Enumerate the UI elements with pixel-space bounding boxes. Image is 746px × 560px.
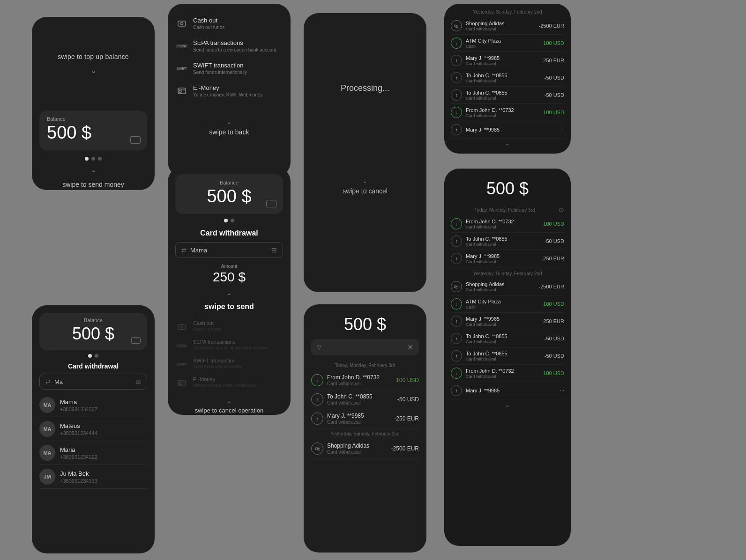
history-row[interactable]: ↑ To John C. **0855 Card withdrawal -50 …	[451, 347, 564, 365]
history-row[interactable]: ↓ From John D. **0732 Card withdrawal 10…	[451, 104, 564, 121]
menu-item-emoney[interactable]: E -Money Yandex money, KIWI, Webmoney	[175, 80, 283, 102]
dot	[91, 157, 95, 161]
history-row[interactable]: ↑ Mary J. **9985 Card withdrawal -250 EU…	[451, 52, 564, 69]
h-amount: -2500 EUR	[539, 23, 564, 29]
h-amount: -50 USD	[545, 75, 564, 81]
sepa-title: SEPA transactions	[193, 39, 276, 46]
h-amount: -50 USD	[545, 92, 564, 98]
menu-item-sepa[interactable]: SEPA SEPA transactions Send funds to a e…	[175, 35, 283, 57]
h-name: To John C. **0855	[466, 333, 541, 339]
history-row[interactable]: 🛍 Shopping Adidas Card withdrawal -2500 …	[451, 278, 564, 295]
search-bar[interactable]: ▽ ✕	[311, 339, 419, 355]
balance-amount: 500 $	[47, 324, 140, 344]
swipe-back-label: swipe to back	[209, 128, 249, 136]
history-row[interactable]: ↑ To John C. **0855 Card withdrawal -50 …	[451, 330, 564, 347]
dot	[95, 354, 98, 358]
h-icon-store: 🛍	[451, 20, 462, 31]
history-row[interactable]: 🛍 Shopping Adidas Card withdrawal -2500 …	[451, 17, 564, 35]
swift-title: SWIFT transaction	[193, 62, 247, 69]
history-row[interactable]: ↓ ATM City Plaza Cash 100 USD	[451, 295, 564, 313]
tx-row[interactable]: ↓ From John D. **0732 Card withdrawal 10…	[311, 371, 419, 390]
history-row[interactable]: ↓ From John D. **0732 Card withdrawal 10…	[451, 365, 564, 382]
swift-icon: SWIFT	[175, 358, 188, 371]
processing-section: Processing...	[304, 13, 426, 163]
menu-item-cashout[interactable]: Cash out Cash out funds	[175, 12, 283, 35]
dot-active	[88, 354, 92, 358]
h-icon-incoming: ↓	[451, 368, 462, 379]
contact-row-mateus[interactable]: MA Mateus +380931234444	[39, 417, 147, 441]
greyed-cashout: Cash out Cash out funds	[175, 317, 283, 336]
tx-row[interactable]: ↑ To John C. **0855 Card withdrawal -50 …	[311, 390, 419, 409]
swipe-cancel-label: swipe to cancel	[343, 187, 388, 195]
history-row[interactable]: ↑ Mary J. **9985 Card withdrawal -250 EU…	[451, 250, 564, 267]
close-icon[interactable]: ✕	[407, 343, 413, 352]
tx-name: Mary J. **9985	[327, 413, 390, 419]
emoney-icon	[175, 376, 188, 390]
sepa-icon: SEPA	[175, 339, 188, 352]
chevron-down-icon: ⌄	[226, 397, 232, 405]
emoney-subtitle: Yandex money, KIWI, Webmoney	[193, 92, 262, 97]
date-text-today: Today, Monday, February 3rd	[451, 207, 559, 213]
contact-row-jumbek[interactable]: JM Ju Ma Bek +380931234333	[39, 465, 147, 489]
swipe-cancel-label: swipe to cancel operation	[195, 407, 264, 414]
date-section-today: Today, Monday, February 3rd ⊙	[444, 202, 571, 215]
filter-icon: ▽	[317, 344, 321, 351]
tx-list-2: 🛍 Shopping Adidas Card withdrawal -2500 …	[304, 439, 426, 458]
h-amount: -250 EUR	[542, 256, 564, 261]
greyed-emoney: E -Money Yandex money, KIWI, Webmoney	[175, 374, 283, 392]
h-icon-outgoing: ↑	[451, 253, 462, 264]
contact-row-mama[interactable]: MA Mama +380931234567	[39, 393, 147, 417]
contact-row-maria[interactable]: MA Maria +380931234222	[39, 441, 147, 465]
clock-icon: ⊙	[559, 206, 564, 214]
tx-amount: -50 USD	[397, 396, 419, 403]
tx-row-shopping[interactable]: 🛍 Shopping Adidas Card withdrawal -2500 …	[311, 439, 419, 458]
history-date-header: Yesterday, Sunday, February 2nd	[444, 4, 571, 17]
date-header-today: Today, Monday, February 3rd	[304, 360, 426, 371]
page-dots	[32, 354, 155, 358]
h-icon-incoming: ↓	[451, 218, 462, 229]
history-row[interactable]: ↓ From John D. **0732 Card withdrawal 10…	[451, 215, 564, 233]
phone-tx-list: 500 $ ▽ ✕ Today, Monday, February 3rd ↓ …	[304, 304, 426, 553]
h-icon-outgoing: ↑	[451, 333, 462, 344]
amount-label: Amount	[168, 264, 291, 269]
search-value: Ma	[54, 378, 63, 385]
swipe-cancel-section: ⌄ swipe to cancel	[304, 163, 426, 204]
history-row[interactable]: ↑ To John C. **0855 Card withdrawal -50 …	[451, 69, 564, 87]
contact-field[interactable]: ⇄ Mama ⊞	[175, 242, 283, 258]
history-row[interactable]: ↑ To John C. **0855 Card withdrawal -50 …	[451, 87, 564, 104]
card-icon	[266, 200, 276, 207]
emoney-title: E -Money	[193, 84, 262, 91]
phone-card-withdrawal: Balance 500 $ Card withdrawal ⇄ Mama ⊞ A…	[168, 167, 291, 415]
dot-active	[85, 157, 89, 161]
swipe-send-section: ⌃ swipe to send	[168, 292, 291, 311]
swipe-cancel-section: ⌄ swipe to cancel operation	[168, 392, 291, 415]
expand-button[interactable]: ⌃	[444, 139, 571, 154]
h-icon-outgoing: ↑	[451, 316, 462, 327]
history-list: 🛍 Shopping Adidas Card withdrawal -2500 …	[444, 17, 571, 139]
avatar-mama: MA	[39, 397, 55, 413]
history-row-last[interactable]: ↑ Mary J. **9985 ···	[451, 382, 564, 399]
avatar-jumbek: JM	[39, 469, 55, 485]
h-amount: -50 USD	[545, 336, 564, 341]
menu-item-swift[interactable]: SWIFT SWIFT transaction Send funds inter…	[175, 57, 283, 80]
transfer-icon: ⇄	[45, 378, 51, 385]
history-row[interactable]: ↑ To John C. **0855 Card withdrawal -50 …	[451, 233, 564, 250]
history-row[interactable]: ↓ ATM City Plaza Cash 100 USD	[451, 35, 564, 52]
h-name: To John C. **0855	[466, 236, 541, 242]
h-icon-incoming: ↓	[451, 298, 462, 309]
section-title: Card withdrawal	[32, 362, 155, 370]
h-type: Card withdrawal	[466, 374, 539, 379]
h-type: Card withdrawal	[466, 357, 541, 361]
h-type: Cash	[466, 305, 539, 309]
tx-type: Card withdrawal	[327, 420, 390, 425]
h-name: Mary J. **9985	[466, 316, 538, 322]
contact-search-field[interactable]: ⇄ Ma ⊞	[39, 374, 147, 390]
topup-text: swipe to top up balance	[58, 53, 129, 60]
expand-button[interactable]: ⌃	[444, 399, 571, 414]
tx-row[interactable]: ↑ Mary J. **9985 Card withdrawal -250 EU…	[311, 409, 419, 428]
history-row-last[interactable]: ↑ Mary J. **9985 ···	[451, 121, 564, 139]
balance-top: Balance 500 $	[39, 313, 147, 350]
amount-header: 500 $	[444, 169, 571, 202]
amount-box: Amount 250 $	[168, 264, 291, 285]
history-row[interactable]: ↑ Mary J. **9985 Card withdrawal -250 EU…	[451, 313, 564, 330]
